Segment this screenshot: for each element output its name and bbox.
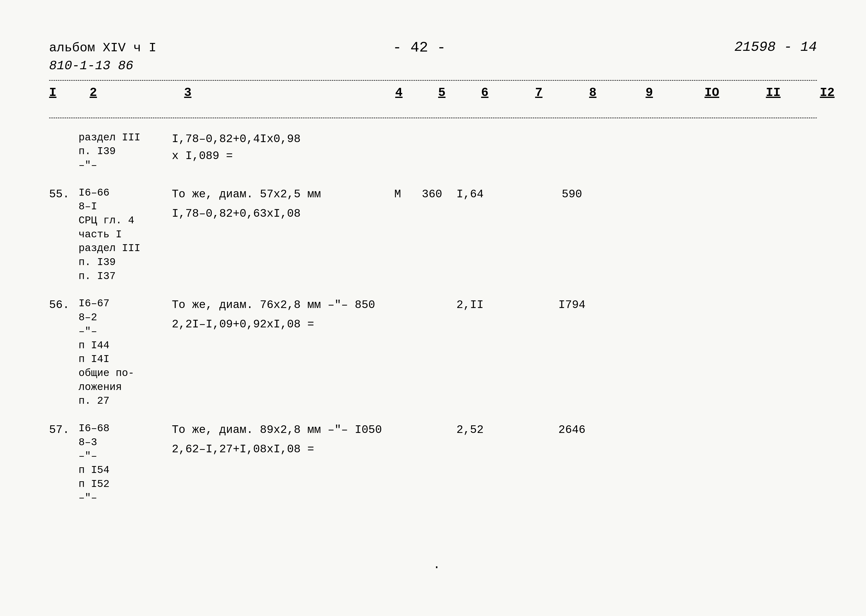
col-header-12: I2: [820, 86, 835, 100]
ref-56-2: 8–2: [79, 311, 172, 325]
row-56-val: 2,II: [452, 297, 491, 314]
columns-header-row: I 2 3 4 5 6 7 8 9 IO II I2: [49, 86, 817, 104]
col-header-1: I: [49, 86, 57, 100]
ref-55-3: СРЦ гл. 4: [79, 214, 172, 228]
col-header-2: 2: [90, 86, 97, 100]
row-55: 55. I6–66 8–I СРЦ гл. 4 часть I раздел I…: [49, 186, 817, 283]
footer-dot: .: [433, 558, 440, 572]
ref-57-5: п I52: [79, 477, 172, 491]
desc-55-1: То же, диам. 57х2,5 мм: [172, 186, 383, 203]
col-header-7: 7: [535, 86, 542, 100]
row-55-total: 590: [545, 186, 599, 203]
row-56-ref: I6–67 8–2 –"– п I44 п I4I общие по- ложе…: [79, 297, 172, 408]
ref-56-3: –"–: [79, 325, 172, 339]
desc-57-1: То же, диам. 89х2,8 мм –"– I050: [172, 422, 383, 438]
row-57-total: 2646: [545, 422, 599, 438]
col-header-3: 3: [184, 86, 192, 100]
desc-55-2: I,78–0,82+0,63хI,08: [172, 206, 383, 222]
col-header-10: IO: [704, 86, 719, 100]
ref-line-2: п. I39: [79, 145, 172, 159]
header-area: альбом XIV ч I 810-1-13 86 - 42 - 21598 …: [49, 39, 817, 75]
desc-line-1: I,78–0,82+0,4Iх0,98: [172, 131, 383, 148]
row-desc-header: I,78–0,82+0,4Iх0,98 х I,089 =: [172, 131, 383, 165]
row-55-qty: 360: [412, 186, 452, 203]
col-header-11: II: [766, 86, 781, 100]
section-header-row: раздел III п. I39 –"– I,78–0,82+0,4Iх0,9…: [49, 131, 817, 173]
desc-56-2: 2,2I–I,09+0,92хI,08 =: [172, 316, 383, 333]
columns-divider: [49, 118, 817, 119]
album-label: альбом XIV ч I: [49, 39, 156, 57]
ref-57-2: 8–3: [79, 435, 172, 449]
page-number: - 42 -: [393, 39, 446, 56]
ref-56-6: общие по-: [79, 366, 172, 380]
ref-55-7: п. I37: [79, 269, 172, 283]
col-header-6: 6: [481, 86, 489, 100]
ref-55-1: I6–66: [79, 186, 172, 200]
row-ref-header: раздел III п. I39 –"–: [79, 131, 172, 173]
row-57-val: 2,52: [452, 422, 491, 438]
row-57-desc: То же, диам. 89х2,8 мм –"– I050 2,62–I,2…: [172, 422, 383, 458]
col-header-8: 8: [589, 86, 596, 100]
row-55-val: I,64: [452, 186, 491, 203]
ref-56-4: п I44: [79, 339, 172, 353]
row-56: 56. I6–67 8–2 –"– п I44 п I4I общие по- …: [49, 297, 817, 408]
ref-55-2: 8–I: [79, 200, 172, 214]
ref-55-6: п. I39: [79, 256, 172, 269]
row-57: 57. I6–68 8–3 –"– п I54 п I52 –"– То же,…: [49, 422, 817, 505]
col-header-9: 9: [646, 86, 653, 100]
ref-57-4: п I54: [79, 464, 172, 477]
page: альбом XIV ч I 810-1-13 86 - 42 - 21598 …: [0, 0, 866, 616]
ref-56-5: п I4I: [79, 352, 172, 366]
top-divider: [49, 80, 817, 81]
doc-number: 21598 - 14: [734, 39, 817, 55]
album-info: альбом XIV ч I 810-1-13 86: [49, 39, 156, 75]
col-header-5: 5: [438, 86, 446, 100]
ref-57-3: –"–: [79, 449, 172, 464]
row-56-desc: То же, диам. 76х2,8 мм –"– 850 2,2I–I,09…: [172, 297, 383, 333]
ref-line-1: раздел III: [79, 131, 172, 145]
ref-56-1: I6–67: [79, 297, 172, 311]
col-header-4: 4: [395, 86, 402, 100]
row-57-ref: I6–68 8–3 –"– п I54 п I52 –"–: [79, 422, 172, 505]
ref-55-5: раздел III: [79, 242, 172, 256]
row-55-desc: То же, диам. 57х2,5 мм I,78–0,82+0,63хI,…: [172, 186, 383, 222]
ref-55-4: часть I: [79, 228, 172, 242]
desc-56-1: То же, диам. 76х2,8 мм –"– 850: [172, 297, 383, 314]
ref-57-6: –"–: [79, 491, 172, 505]
ref-line-3: –"–: [79, 159, 172, 173]
desc-line-2: х I,089 =: [172, 148, 383, 165]
ref-57-1: I6–68: [79, 422, 172, 435]
album-sub: 810-1-13 86: [49, 57, 156, 75]
ref-56-7: ложения: [79, 380, 172, 394]
desc-57-2: 2,62–I,27+I,08хI,08 =: [172, 441, 383, 458]
row-55-ref: I6–66 8–I СРЦ гл. 4 часть I раздел III п…: [79, 186, 172, 283]
row-56-total: I794: [545, 297, 599, 314]
ref-56-8: п. 27: [79, 394, 172, 408]
row-55-num: 55.: [49, 186, 79, 203]
row-57-num: 57.: [49, 422, 79, 438]
row-55-m: М: [383, 186, 412, 203]
row-56-num: 56.: [49, 297, 79, 314]
